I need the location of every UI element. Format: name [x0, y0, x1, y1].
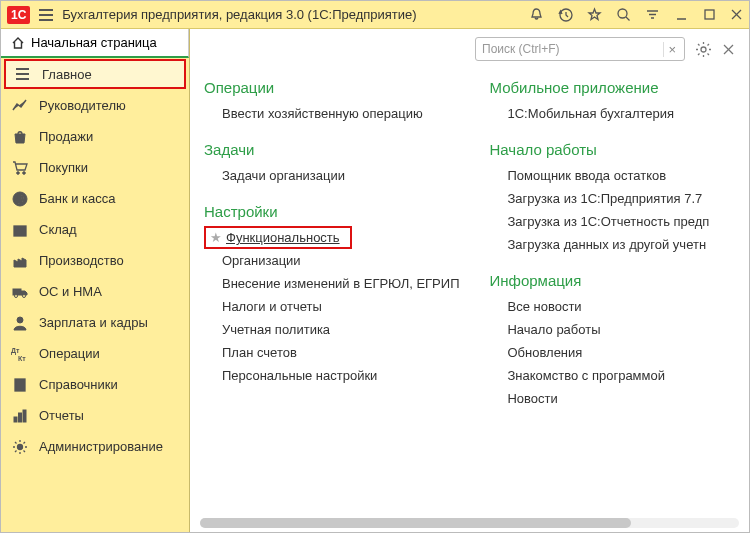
- sidebar-item-9[interactable]: ДтКтОперации: [1, 338, 189, 369]
- titlebar: 1C Бухгалтерия предприятия, редакция 3.0…: [1, 1, 749, 29]
- menu-icon: [14, 65, 32, 83]
- minimize-icon[interactable]: [674, 7, 689, 22]
- content-column-left: ОперацииВвести хозяйственную операциюЗад…: [204, 79, 459, 514]
- clear-search-icon[interactable]: ×: [663, 42, 680, 57]
- link-item[interactable]: Загрузка данных из другой учетн: [489, 233, 735, 256]
- sidebar-item-4[interactable]: ₽Банк и касса: [1, 183, 189, 214]
- sidebar-item-label: Руководителю: [39, 98, 126, 113]
- ruble-icon: ₽: [11, 190, 29, 208]
- svg-point-16: [17, 171, 20, 174]
- horizontal-scrollbar[interactable]: [200, 518, 739, 528]
- search-icon[interactable]: [616, 7, 631, 22]
- sidebar-item-11[interactable]: Отчеты: [1, 400, 189, 431]
- sidebar: Начальная страница ГлавноеРуководителюПр…: [1, 29, 190, 532]
- sidebar-item-1[interactable]: Руководителю: [1, 90, 189, 121]
- sidebar-item-label: Производство: [39, 253, 124, 268]
- sidebar-item-label: Справочники: [39, 377, 118, 392]
- sidebar-item-0[interactable]: Главное: [4, 59, 186, 89]
- section-title: Информация: [489, 272, 735, 289]
- svg-rect-10: [705, 10, 714, 19]
- svg-rect-20: [14, 226, 26, 236]
- link-item[interactable]: Начало работы: [489, 318, 735, 341]
- link-item[interactable]: Внесение изменений в ЕГРЮЛ, ЕГРИП: [204, 272, 459, 295]
- sidebar-item-label: Склад: [39, 222, 77, 237]
- sidebar-item-7[interactable]: ОС и НМА: [1, 276, 189, 307]
- start-page-label: Начальная страница: [31, 35, 157, 50]
- svg-rect-32: [19, 413, 22, 422]
- link-item[interactable]: План счетов: [204, 341, 459, 364]
- bell-icon[interactable]: [529, 7, 544, 22]
- close-icon[interactable]: [730, 8, 743, 21]
- gear-icon[interactable]: [695, 41, 712, 58]
- link-item[interactable]: Ввести хозяйственную операцию: [204, 102, 459, 125]
- link-item[interactable]: 1С:Мобильная бухгалтерия: [489, 102, 735, 125]
- link-item[interactable]: Персональные настройки: [204, 364, 459, 387]
- sidebar-item-3[interactable]: Покупки: [1, 152, 189, 183]
- truck-icon: [11, 283, 29, 301]
- search-box[interactable]: ×: [475, 37, 685, 61]
- svg-point-24: [15, 294, 18, 297]
- window-title: Бухгалтерия предприятия, редакция 3.0 (1…: [62, 7, 416, 22]
- sidebar-item-label: Главное: [42, 67, 92, 82]
- svg-rect-23: [13, 289, 21, 295]
- section-title: Задачи: [204, 141, 459, 158]
- svg-line-5: [626, 17, 630, 21]
- sidebar-item-8[interactable]: Зарплата и кадры: [1, 307, 189, 338]
- sidebar-item-label: Операции: [39, 346, 100, 361]
- app-logo: 1C: [7, 6, 30, 24]
- titlebar-actions: [529, 7, 743, 22]
- book-icon: [11, 376, 29, 394]
- section-title: Начало работы: [489, 141, 735, 158]
- link-item[interactable]: Все новости: [489, 295, 735, 318]
- sidebar-item-label: ОС и НМА: [39, 284, 102, 299]
- home-icon: [11, 36, 25, 50]
- section-title: Настройки: [204, 203, 459, 220]
- start-page-tab[interactable]: Начальная страница: [1, 29, 189, 58]
- svg-point-17: [23, 171, 26, 174]
- link-item[interactable]: Новости: [489, 387, 735, 410]
- sidebar-item-2[interactable]: Продажи: [1, 121, 189, 152]
- bag-icon: [11, 128, 29, 146]
- svg-rect-33: [23, 410, 26, 422]
- link-item[interactable]: Загрузка из 1С:Предприятия 7.7: [489, 187, 735, 210]
- sidebar-item-12[interactable]: Администрирование: [1, 431, 189, 462]
- star-icon[interactable]: [587, 7, 602, 22]
- close-pane-icon[interactable]: [722, 43, 735, 56]
- history-icon[interactable]: [558, 7, 573, 22]
- search-input[interactable]: [480, 41, 663, 57]
- sidebar-item-label: Администрирование: [39, 439, 163, 454]
- sidebar-item-6[interactable]: Производство: [1, 245, 189, 276]
- chart-icon: [11, 97, 29, 115]
- svg-text:₽: ₽: [17, 194, 24, 205]
- link-item[interactable]: ★Функциональность: [204, 226, 352, 249]
- link-item[interactable]: Знакомство с программой: [489, 364, 735, 387]
- link-item[interactable]: Налоги и отчеты: [204, 295, 459, 318]
- maximize-icon[interactable]: [703, 8, 716, 21]
- content-column-right: Мобильное приложение1С:Мобильная бухгалт…: [489, 79, 735, 514]
- svg-point-26: [17, 317, 23, 323]
- dtkt-icon: ДтКт: [11, 345, 29, 363]
- sidebar-item-5[interactable]: Склад: [1, 214, 189, 245]
- sidebar-item-label: Покупки: [39, 160, 88, 175]
- sidebar-item-label: Зарплата и кадры: [39, 315, 148, 330]
- filter-icon[interactable]: [645, 7, 660, 22]
- hamburger-icon[interactable]: [38, 8, 54, 22]
- link-item[interactable]: Загрузка из 1С:Отчетность предп: [489, 210, 735, 233]
- box-icon: [11, 221, 29, 239]
- section-title: Операции: [204, 79, 459, 96]
- scrollbar-thumb[interactable]: [200, 518, 631, 528]
- link-item[interactable]: Учетная политика: [204, 318, 459, 341]
- svg-point-34: [18, 444, 23, 449]
- link-item[interactable]: Задачи организации: [204, 164, 459, 187]
- svg-point-35: [701, 47, 706, 52]
- sidebar-item-label: Банк и касса: [39, 191, 116, 206]
- content-pane: × ОперацииВвести хозяйственную операциюЗ…: [190, 29, 749, 532]
- sidebar-item-10[interactable]: Справочники: [1, 369, 189, 400]
- svg-text:Дт: Дт: [11, 347, 20, 355]
- svg-point-4: [618, 9, 627, 18]
- svg-text:Кт: Кт: [18, 355, 26, 362]
- link-item[interactable]: Обновления: [489, 341, 735, 364]
- person-icon: [11, 314, 29, 332]
- link-item[interactable]: Помощник ввода остатков: [489, 164, 735, 187]
- link-item[interactable]: Организации: [204, 249, 459, 272]
